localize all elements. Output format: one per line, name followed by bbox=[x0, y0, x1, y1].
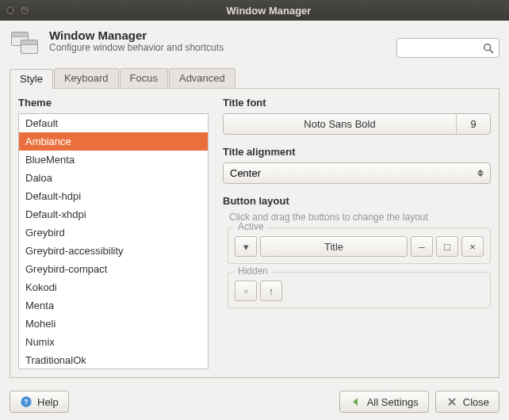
font-size: 9 bbox=[457, 114, 490, 134]
theme-item[interactable]: Daloa bbox=[19, 169, 208, 187]
theme-item[interactable]: Greybird bbox=[19, 223, 208, 242]
active-buttons-group: Active ▾ Title – □ × bbox=[228, 227, 491, 264]
title-alignment-value: Center bbox=[230, 167, 261, 179]
spinner-icon bbox=[477, 170, 484, 177]
active-legend: Active bbox=[235, 221, 267, 232]
window-close-button[interactable] bbox=[5, 5, 16, 16]
help-icon: ? bbox=[20, 395, 33, 408]
stick-button-drag[interactable]: ↑ bbox=[260, 281, 282, 301]
window-minimize-button[interactable] bbox=[19, 5, 30, 16]
svg-text:?: ? bbox=[24, 398, 28, 406]
page-subtitle: Configure window behavior and shortcuts bbox=[49, 42, 224, 53]
tab-content-style: Theme DefaultAmbianceBlueMentaDaloaDefau… bbox=[10, 89, 499, 378]
arrow-up-icon: ↑ bbox=[269, 285, 274, 297]
window-title: Window Manager bbox=[33, 5, 504, 17]
maximize-icon: □ bbox=[444, 241, 450, 253]
back-icon bbox=[350, 395, 362, 408]
hidden-legend: Hidden bbox=[235, 265, 271, 277]
title-alignment-label: Title alignment bbox=[223, 146, 491, 158]
button-layout-label: Button layout bbox=[223, 195, 491, 207]
triangle-down-icon: ▾ bbox=[243, 241, 249, 253]
theme-item[interactable]: Kokodi bbox=[19, 278, 208, 296]
close-button[interactable]: Close bbox=[435, 391, 499, 413]
search-input[interactable] bbox=[396, 38, 499, 58]
tab-keyboard[interactable]: Keyboard bbox=[54, 68, 119, 88]
menu-button-drag[interactable]: ▾ bbox=[235, 236, 257, 257]
theme-item[interactable]: TraditionalOk bbox=[19, 351, 208, 369]
theme-item[interactable]: Greybird-compact bbox=[19, 260, 208, 278]
tab-style[interactable]: Style bbox=[10, 69, 53, 89]
maximize-button-drag[interactable]: □ bbox=[436, 236, 458, 257]
shade-button-drag[interactable]: ○ bbox=[235, 281, 257, 301]
theme-item[interactable]: Default-xhdpi bbox=[19, 205, 208, 223]
close-icon bbox=[446, 395, 458, 408]
action-bar: ? Help All Settings Close bbox=[0, 384, 509, 420]
tab-advanced[interactable]: Advanced bbox=[169, 68, 235, 88]
svg-line-1 bbox=[490, 50, 493, 53]
window-titlebar: Window Manager bbox=[0, 0, 509, 21]
search-icon bbox=[482, 42, 495, 55]
title-drag[interactable]: Title bbox=[260, 236, 408, 257]
tab-bar: StyleKeyboardFocusAdvanced bbox=[10, 68, 499, 89]
minimize-icon: – bbox=[419, 241, 424, 253]
theme-item[interactable]: Moheli bbox=[19, 315, 208, 333]
hidden-buttons-group: Hidden ○ ↑ bbox=[228, 272, 491, 308]
title-font-button[interactable]: Noto Sans Bold 9 bbox=[223, 113, 491, 135]
theme-list[interactable]: DefaultAmbianceBlueMentaDaloaDefault-hdp… bbox=[18, 113, 209, 369]
circle-icon: ○ bbox=[243, 287, 248, 296]
close-button-drag[interactable]: × bbox=[461, 236, 484, 257]
theme-item[interactable]: Menta bbox=[19, 296, 208, 315]
help-button[interactable]: ? Help bbox=[10, 391, 69, 413]
header: Window Manager Configure window behavior… bbox=[10, 29, 499, 60]
all-settings-button[interactable]: All Settings bbox=[339, 391, 429, 413]
theme-item[interactable]: BlueMenta bbox=[19, 151, 208, 169]
close-icon: × bbox=[469, 241, 476, 253]
page-title: Window Manager bbox=[49, 29, 224, 42]
theme-item[interactable]: Numix bbox=[19, 333, 208, 351]
theme-label: Theme bbox=[18, 97, 209, 109]
tab-focus[interactable]: Focus bbox=[120, 68, 168, 88]
font-name: Noto Sans Bold bbox=[224, 114, 457, 134]
theme-item[interactable]: Greybird-accessibility bbox=[19, 242, 208, 260]
window-manager-icon bbox=[10, 29, 41, 60]
theme-item[interactable]: Default-hdpi bbox=[19, 187, 208, 205]
title-alignment-select[interactable]: Center bbox=[223, 162, 491, 184]
theme-item[interactable]: Default bbox=[19, 114, 208, 132]
theme-item[interactable]: Ambiance bbox=[19, 132, 208, 151]
minimize-button-drag[interactable]: – bbox=[411, 236, 433, 257]
title-font-label: Title font bbox=[223, 97, 491, 109]
svg-point-0 bbox=[484, 44, 491, 50]
